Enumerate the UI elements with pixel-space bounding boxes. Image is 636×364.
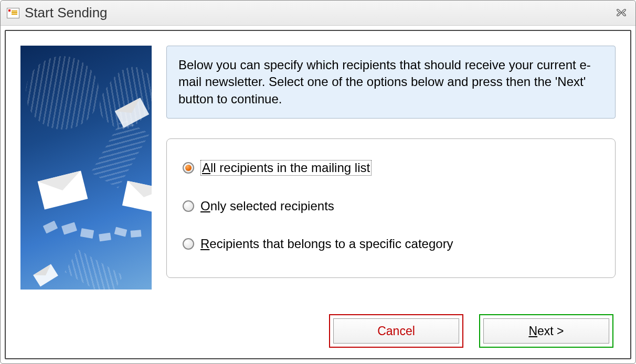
- radio-only-selected[interactable]: Only selected recipients: [183, 199, 599, 213]
- next-button-highlight: Next >: [479, 314, 613, 348]
- radio-icon: [183, 200, 194, 212]
- radio-label: Only selected recipients: [200, 199, 334, 213]
- radio-all-recipients[interactable]: All recipients in the mailing list: [183, 160, 599, 176]
- info-panel: Below you can specify which recipients t…: [166, 46, 616, 119]
- window-title: Start Sending: [25, 5, 108, 21]
- radio-icon: [183, 238, 194, 250]
- radio-label: Recipients that belongs to a specific ca…: [200, 237, 453, 251]
- dialog-window: Start Sending: [0, 0, 636, 364]
- cancel-button-highlight: Cancel: [329, 314, 463, 348]
- wizard-sidebar-image: [20, 46, 152, 290]
- recipient-options-group: All recipients in the mailing list Only …: [166, 138, 616, 278]
- dialog-button-row: Cancel Next >: [20, 314, 616, 348]
- dialog-content: Below you can specify which recipients t…: [5, 30, 631, 359]
- cancel-button[interactable]: Cancel: [333, 318, 459, 344]
- radio-by-category[interactable]: Recipients that belongs to a specific ca…: [183, 237, 599, 251]
- button-label: Next >: [528, 324, 564, 338]
- radio-icon: [183, 162, 194, 174]
- close-icon[interactable]: [616, 8, 627, 17]
- app-icon: [7, 8, 19, 18]
- next-button[interactable]: Next >: [483, 318, 609, 344]
- titlebar: Start Sending: [1, 1, 635, 26]
- radio-label: All recipients in the mailing list: [200, 160, 372, 176]
- button-label: Cancel: [377, 324, 415, 338]
